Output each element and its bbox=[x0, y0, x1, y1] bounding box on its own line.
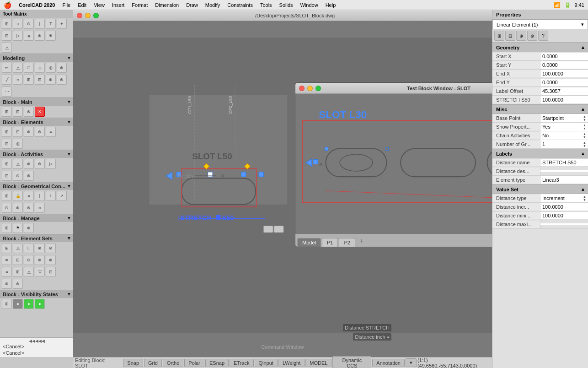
annotation-dropdown[interactable]: Annotation ▾ bbox=[372, 358, 417, 367]
prop-value-label-offset[interactable]: 45.3057 bbox=[540, 87, 588, 95]
menu-modify[interactable]: Modify bbox=[205, 2, 220, 8]
etrack-button[interactable]: ETrack bbox=[230, 359, 253, 367]
tool-btn[interactable]: ⊞ bbox=[13, 267, 23, 277]
tool-btn[interactable]: ▷ bbox=[46, 159, 56, 169]
tool-btn[interactable]: ⊗ bbox=[24, 203, 34, 213]
annotation-button[interactable]: Annotation bbox=[372, 359, 405, 367]
section-labels[interactable]: Labels ▴ bbox=[492, 149, 588, 158]
tool-btn[interactable]: △ bbox=[13, 159, 23, 169]
menu-draw[interactable]: Draw bbox=[186, 2, 198, 8]
tool-btn[interactable]: ╱ bbox=[2, 75, 12, 85]
tool-btn[interactable]: □ bbox=[24, 63, 34, 73]
tool-btn[interactable]: ⊕ bbox=[35, 31, 45, 41]
icon-btn-3[interactable]: ⊕ bbox=[516, 31, 526, 41]
model-button[interactable]: MODEL bbox=[305, 359, 331, 367]
minimize-button[interactable] bbox=[85, 13, 91, 18]
prop-value-distance-increment[interactable]: 100.0000 bbox=[540, 203, 588, 211]
tool-btn[interactable]: △ bbox=[13, 243, 23, 253]
tool-btn[interactable]: ⊞ bbox=[2, 299, 12, 309]
tool-btn[interactable]: ⊟ bbox=[35, 75, 45, 85]
test-block-svg[interactable]: SLOT L30 × bbox=[295, 94, 492, 234]
tool-btn[interactable]: ⊗ bbox=[35, 127, 45, 137]
prop-value-number-of-groups[interactable]: 1 ▲▼ bbox=[540, 140, 588, 148]
tool-btn[interactable]: ⊞ bbox=[2, 107, 12, 117]
tool-btn[interactable]: ◎ bbox=[46, 63, 56, 73]
grid-button[interactable]: Grid bbox=[144, 359, 162, 367]
tool-btn[interactable]: ⊞ bbox=[2, 223, 12, 233]
dynamic-ccs-button[interactable]: Dynamic CCS bbox=[332, 356, 371, 368]
tool-btn[interactable]: ⊗ bbox=[24, 107, 34, 117]
tool-btn[interactable]: ⊟ bbox=[2, 139, 12, 149]
tool-btn[interactable]: ⊕ bbox=[2, 279, 12, 289]
menu-insert[interactable]: Insert bbox=[112, 2, 125, 8]
menu-tools[interactable]: Tools bbox=[260, 2, 272, 8]
menu-solids[interactable]: Solids bbox=[279, 2, 293, 8]
icon-btn-2[interactable]: ⊟ bbox=[505, 31, 515, 41]
tool-btn[interactable]: ⊗ bbox=[35, 159, 45, 169]
tool-btn[interactable]: T bbox=[46, 19, 56, 29]
section-block-geo[interactable]: Block - Geometrical Con... ▾ bbox=[0, 182, 73, 190]
tool-btn[interactable]: ◎ bbox=[13, 139, 23, 149]
tool-btn[interactable]: ⊙ bbox=[24, 19, 34, 29]
section-block-main[interactable]: Block - Main ▾ bbox=[0, 97, 73, 106]
tool-btn[interactable]: ⊕ bbox=[46, 255, 56, 265]
ortho-button[interactable]: Ortho bbox=[163, 359, 184, 367]
prop-value-stretch-s50[interactable]: 100.0000 bbox=[540, 96, 588, 103]
tool-btn[interactable]: + bbox=[57, 19, 67, 29]
tool-btn[interactable]: △ bbox=[2, 43, 12, 53]
tool-btn[interactable]: ● bbox=[24, 299, 34, 309]
tool-btn[interactable]: ⊥ bbox=[46, 191, 56, 201]
tool-btn[interactable]: ⊟ bbox=[13, 107, 23, 117]
tool-btn[interactable]: ⊕ bbox=[24, 223, 34, 233]
prop-value-end-x[interactable]: 100.0000 bbox=[540, 70, 588, 77]
section-block-manage[interactable]: Block - Manage ▾ bbox=[0, 214, 73, 222]
tool-btn[interactable]: ● bbox=[13, 299, 23, 309]
tool-btn[interactable]: ✏ bbox=[2, 63, 12, 73]
tool-btn[interactable]: ▽ bbox=[35, 267, 45, 277]
tool-btn[interactable]: ◇ bbox=[35, 63, 45, 73]
tool-btn[interactable]: ⊙ bbox=[13, 171, 23, 181]
tool-btn[interactable]: ⊗ bbox=[46, 243, 56, 253]
tool-btn[interactable]: △ bbox=[13, 63, 23, 73]
tool-btn[interactable]: ⊟ bbox=[46, 267, 56, 277]
polar-button[interactable]: Polar bbox=[184, 359, 204, 367]
section-block-elements[interactable]: Block - Elements ▾ bbox=[0, 118, 73, 126]
prop-value-base-point[interactable]: Startpoint ▲▼ bbox=[540, 114, 588, 122]
prop-value-end-y[interactable]: 0.0000 bbox=[540, 79, 588, 86]
prop-value-show-properties[interactable]: Yes ▲▼ bbox=[540, 123, 588, 131]
menu-format[interactable]: Format bbox=[132, 2, 148, 8]
section-modeling[interactable]: Modeling ▾ bbox=[0, 54, 73, 62]
icon-btn-4[interactable]: ⊗ bbox=[527, 31, 537, 41]
tool-btn[interactable]: ⊞ bbox=[24, 75, 34, 85]
lweight-button[interactable]: LWeight bbox=[278, 359, 305, 367]
tool-btn[interactable]: ● bbox=[35, 299, 45, 309]
tool-btn[interactable]: ≋ bbox=[2, 255, 12, 265]
section-misc[interactable]: Misc ▴ bbox=[492, 104, 588, 114]
menu-edit[interactable]: Edit bbox=[78, 2, 86, 8]
canvas-area[interactable]: /Desktop/Projects/SLOT_Block.dwg CP1_L50… bbox=[73, 10, 492, 368]
tab-model[interactable]: Model bbox=[297, 238, 321, 247]
section-block-visibility[interactable]: Block - Visibility States ▾ bbox=[0, 290, 73, 298]
tool-btn[interactable]: ⊟ bbox=[2, 31, 12, 41]
tool-btn[interactable]: ⊕ bbox=[35, 243, 45, 253]
tool-btn[interactable]: ⊞ bbox=[2, 191, 12, 201]
prop-value-distance-description[interactable] bbox=[540, 170, 588, 172]
snap-button[interactable]: Snap bbox=[123, 359, 143, 367]
tool-btn[interactable]: ⊕ bbox=[13, 203, 23, 213]
tool-btn[interactable]: △ bbox=[24, 267, 34, 277]
tool-btn[interactable]: ⊞ bbox=[2, 19, 12, 29]
prop-value-start-y[interactable]: 0.0000 bbox=[540, 61, 588, 69]
section-block-activities[interactable]: Block - Activities ▾ bbox=[0, 150, 73, 158]
tool-btn[interactable]: ⊟ bbox=[13, 127, 23, 137]
tool-btn[interactable]: | bbox=[35, 19, 45, 29]
tool-btn[interactable]: ≈ bbox=[13, 75, 23, 85]
prop-value-distance-type[interactable]: Increment ▲▼ bbox=[540, 194, 588, 202]
maximize-button[interactable] bbox=[93, 13, 99, 18]
menu-help[interactable]: Help bbox=[326, 2, 336, 8]
menu-dimension[interactable]: Dimension bbox=[155, 2, 179, 8]
tool-btn[interactable]: ⊗ bbox=[57, 75, 67, 85]
tool-btn[interactable]: ≡ bbox=[2, 267, 12, 277]
test-block-maximize[interactable] bbox=[315, 86, 321, 91]
tool-btn[interactable]: ⊟ bbox=[2, 171, 12, 181]
tool-btn[interactable]: ▷ bbox=[13, 31, 23, 41]
